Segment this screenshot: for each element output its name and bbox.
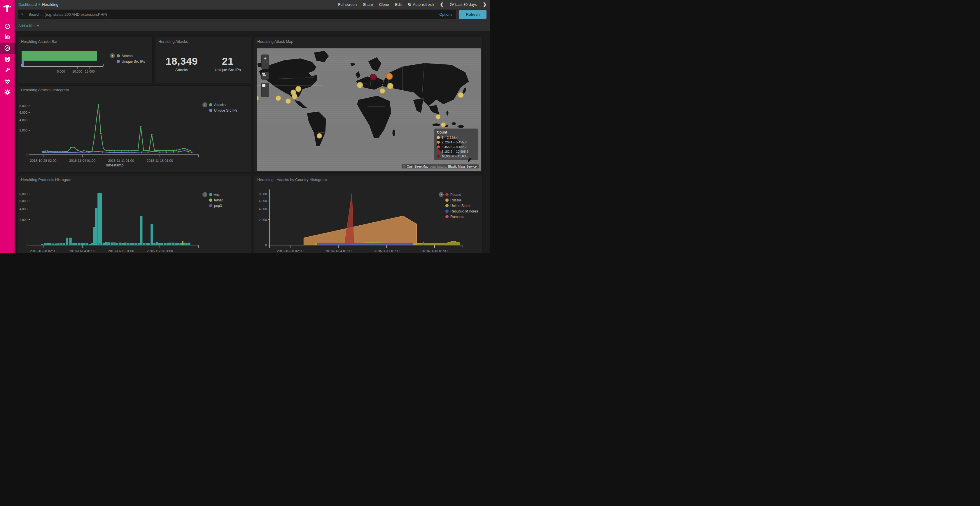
panel-attack-map: Heralding Attack Map [254,37,483,173]
svg-text:2018-11-11 01:00: 2018-11-11 01:00 [108,159,134,162]
protocols-histogram-legend-item[interactable]: vnc [209,192,223,197]
sidebar-item-dashboard[interactable] [0,43,14,54]
svg-text:2,000: 2,000 [19,218,27,222]
sidebar-item-dev-tools[interactable] [0,64,14,76]
legend-label: Unique Src IPs [214,108,237,113]
heartbeat-icon [4,79,11,85]
legend-range-label: 2,729.4 – 5,455.8 [442,141,467,144]
country-histogram-legend-item[interactable]: Poland [445,192,478,197]
sidebar-item-visualize[interactable] [0,31,14,42]
protocols-histogram-legend-item[interactable]: telnet [209,197,223,203]
sidebar-item-monitoring[interactable] [0,76,14,87]
time-forward-icon[interactable]: ❯ [483,2,487,7]
telekom-logo[interactable] [0,2,14,14]
svg-text:2018-11-04 01:00: 2018-11-04 01:00 [69,159,95,162]
share-button[interactable]: Share [363,2,373,7]
legend-range-label: 8,182.2 – 10,908.6 [442,150,468,153]
legend-label: vnc [214,193,220,197]
svg-text:2018-11-11 01:00: 2018-11-11 01:00 [108,249,134,253]
draw-control-group [261,83,269,97]
country-histogram-legend: ›PolandRussiaUnited StatesRepublic of Ko… [445,192,478,219]
country-histogram-legend-item[interactable]: Russia [445,197,478,203]
panel-attacks-bar: Heralding Attacks Bar 5,00010,00015,000 … [18,37,153,83]
elastic-maps-link[interactable]: Elastic Maps Service [448,165,477,168]
legend-dot-icon [117,54,120,57]
refresh-button[interactable]: Refresh [459,10,487,19]
country-histogram-legend-item[interactable]: United States [445,203,478,208]
breadcrumb-separator: / [39,2,40,7]
panel-title[interactable]: Heralding Attack Map [257,40,293,44]
protocols-histogram-legend-toggle-icon[interactable]: › [202,192,207,197]
clone-button[interactable]: Clone [379,2,389,7]
breadcrumb-current: Heralding [42,2,58,7]
zoom-in-button[interactable]: + [262,55,269,62]
search-input[interactable] [28,12,436,17]
time-range-picker[interactable]: Last 30 days [450,2,477,7]
wrench-icon [5,67,11,73]
attacks-histogram-legend-item[interactable]: Attacks [209,102,237,108]
attacks-bar-legend-item[interactable]: Unique Src IPs [117,59,145,64]
country-histogram-legend-item[interactable]: Romania [445,214,478,219]
legend-dot-icon [437,146,440,148]
clock-icon [450,2,454,6]
legend-label: telnet [214,198,223,202]
svg-text:4,000: 4,000 [19,118,27,122]
breadcrumb-dashboard[interactable]: Dashboard [18,2,37,7]
add-filter-link[interactable]: Add a filter + [18,23,39,28]
full-screen-button[interactable]: Full screen [338,2,357,7]
refresh-cycle-icon: ↻ [408,2,412,7]
panel-title[interactable]: Heralding Attacks Histogram [21,88,69,92]
svg-text:2018-11-04 01:00: 2018-11-04 01:00 [69,249,95,253]
attacks-histogram-legend-item[interactable]: Unique Src IPs [209,108,237,113]
panel-title[interactable]: Heralding - Attacks by Country Histogram [257,178,327,182]
sidebar-item-discover[interactable] [0,21,14,32]
svg-text:4,000: 4,000 [259,207,267,211]
legend-dot-icon [209,103,212,106]
legend-dot-icon [437,141,440,144]
auto-refresh-button[interactable]: ↻ Auto-refresh [408,2,434,7]
legend-label: Attacks [214,103,226,107]
app-root: Dashboard / Heralding Full screen Share … [0,0,490,253]
sidebar-item-management[interactable] [0,87,14,98]
panel-title[interactable]: Heralding Attacks Bar [21,40,57,44]
attacks-histogram-legend-toggle-icon[interactable]: › [202,102,207,107]
map-legend-item: 8,182.2 – 10,908.6 [437,149,476,154]
svg-text:2018-11-18 01:00: 2018-11-18 01:00 [422,249,448,253]
legend-label: Romania [450,215,465,219]
sidebar [0,0,14,253]
svg-text:5,000: 5,000 [57,70,65,73]
openstreetmap-link[interactable]: OpenStreetMap [406,165,429,168]
svg-text:2018-10-28 02:00: 2018-10-28 02:00 [277,249,304,253]
svg-text:2018-11-18 01:00: 2018-11-18 01:00 [147,249,173,253]
attack-map[interactable]: + − [257,48,481,171]
panel-title[interactable]: Heralding Attacks [158,40,188,44]
attacks-histogram-chart[interactable]: 02,0004,0006,0008,0002018-10-28 02:00201… [18,86,252,173]
svg-text:8,000: 8,000 [259,192,267,196]
sidebar-item-honeypot[interactable] [0,54,14,65]
gauge-icon [4,45,11,51]
map-count-legend: Count 3 – 2,729.42,729.4 – 5,455.85,455.… [434,128,478,160]
crop-icon[interactable] [262,72,269,79]
panel-title[interactable]: Heralding Protocols Histogram [21,178,72,182]
legend-dot-icon [437,155,440,158]
protocols-histogram-legend-item[interactable]: pop3 [209,203,223,208]
country-histogram-legend-item[interactable]: Republic of Korea [445,208,478,214]
zoom-out-button[interactable]: − [262,62,269,69]
map-legend-title: Count [437,130,476,134]
protocols-histogram-chart[interactable]: 02,0004,0006,0008,0002018-10-28 02:00201… [18,176,252,253]
search-box: >_ Options [18,10,456,19]
edit-button[interactable]: Edit [395,2,402,7]
legend-dot-icon [209,109,212,112]
country-histogram-legend-toggle-icon[interactable]: › [439,192,444,197]
attacks-bar-legend-item[interactable]: Attacks [117,53,145,59]
time-back-icon[interactable]: ❮ [440,2,444,7]
map-legend-item: 5,455.8 – 8,182.2 [437,144,476,149]
legend-dot-icon [437,136,440,139]
telekom-t-icon [3,4,11,13]
legend-dot-icon [437,150,440,153]
rectangle-tool-icon[interactable] [262,90,269,97]
options-link[interactable]: Options [439,12,453,17]
attacks-bar-legend-toggle-icon[interactable]: › [110,53,115,58]
metric-label: Unique Src IPs [215,68,241,72]
attacks-bar-legend: ›AttacksUnique Src IPs [117,53,145,64]
